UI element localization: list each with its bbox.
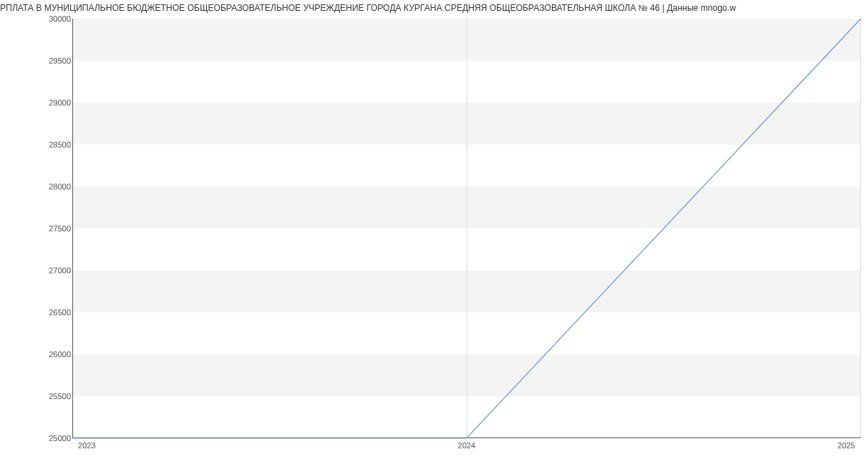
- y-tick-label: 29000: [27, 98, 71, 107]
- y-tick-label: 27500: [27, 224, 71, 233]
- line-layer: [72, 19, 861, 438]
- y-tick-label: 25500: [27, 392, 71, 401]
- x-tick-label: 2024: [458, 441, 475, 450]
- y-tick-label: 28000: [27, 182, 71, 191]
- chart-container: РПЛАТА В МУНИЦИПАЛЬНОЕ БЮДЖЕТНОЕ ОБЩЕОБР…: [0, 0, 868, 470]
- y-tick-label: 26500: [27, 308, 71, 317]
- y-tick-label: 27000: [27, 266, 71, 275]
- y-tick-label: 28500: [27, 140, 71, 149]
- y-tick-label: 29500: [27, 56, 71, 65]
- x-tick-label: 2023: [78, 441, 95, 450]
- x-tick-label: 2025: [838, 441, 855, 450]
- data-line: [72, 19, 861, 438]
- y-tick-label: 25000: [27, 434, 71, 443]
- y-tick-label: 26000: [27, 350, 71, 359]
- chart-title: РПЛАТА В МУНИЦИПАЛЬНОЕ БЮДЖЕТНОЕ ОБЩЕОБР…: [0, 0, 868, 16]
- y-tick-label: 30000: [27, 14, 71, 23]
- plot-area: [72, 19, 861, 438]
